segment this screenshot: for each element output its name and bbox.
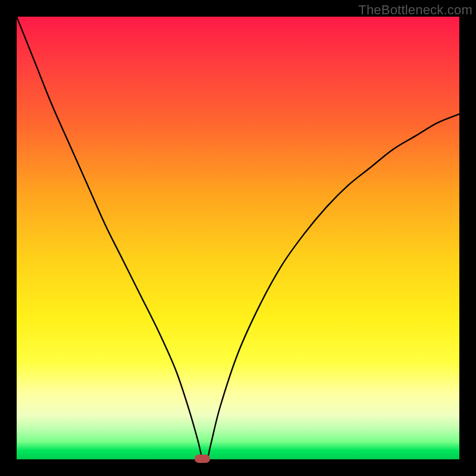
chart-frame: TheBottleneck.com xyxy=(0,0,476,476)
bottleneck-curve xyxy=(17,17,459,459)
plot-area xyxy=(17,17,459,459)
watermark-text: TheBottleneck.com xyxy=(358,2,472,18)
optimum-marker xyxy=(195,455,210,463)
